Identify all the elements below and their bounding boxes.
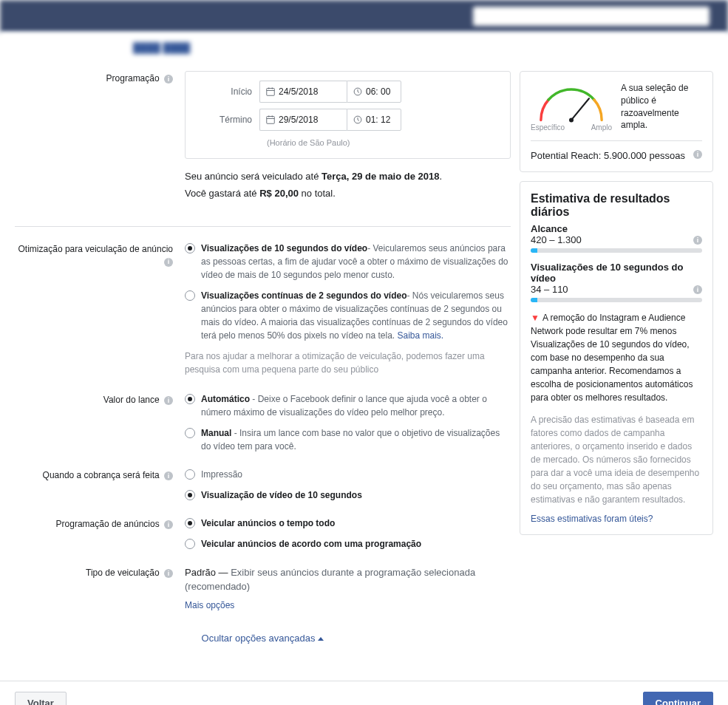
bid-auto-text: Automático - Deixe o Facebook definir o … <box>201 392 511 419</box>
svg-rect-5 <box>267 117 275 124</box>
est-reach-bar <box>531 248 702 253</box>
est-reach-range: 420 – 1.300 <box>531 234 582 245</box>
info-icon[interactable]: i <box>164 258 173 267</box>
start-date-input[interactable]: 24/5/2018 <box>259 81 347 103</box>
estimates-title: Estimativa de resultados diários <box>531 192 702 219</box>
end-time-input[interactable]: 01: 12 <box>347 109 401 131</box>
est-views-bar <box>531 298 702 302</box>
back-button[interactable]: Voltar <box>15 692 67 706</box>
info-icon[interactable]: i <box>164 396 173 405</box>
svg-point-11 <box>569 117 574 122</box>
sub-nav-bar: ████ ████ <box>0 33 728 62</box>
info-icon[interactable]: i <box>164 471 173 480</box>
start-time-input[interactable]: 06: 00 <box>347 81 401 103</box>
est-views-label: Visualizações de 10 segundos do vídeo <box>531 262 702 284</box>
timezone-note: (Horário de São Paulo) <box>267 137 501 149</box>
info-icon[interactable]: i <box>164 75 173 84</box>
clock-icon <box>353 115 362 124</box>
est-reach-label: Alcance <box>531 223 702 234</box>
hide-advanced-toggle[interactable]: Ocultar opções avançadas <box>202 633 324 644</box>
optimization-helper: Para nos ajudar a melhorar a otimização … <box>185 350 511 376</box>
estimates-feedback-link[interactable]: Essas estimativas foram úteis? <box>531 514 653 524</box>
sched-always-text: Veicular anúncios o tempo todo <box>201 517 511 530</box>
info-icon[interactable]: i <box>693 285 702 294</box>
delivery-type-label: Tipo de veiculação <box>86 568 160 578</box>
charge-impression-text: Impressão <box>201 468 511 481</box>
info-icon[interactable]: i <box>164 569 173 578</box>
radio-opt-2sec[interactable] <box>185 290 195 301</box>
charge-10sec-text: Visualização de vídeo de 10 segundos <box>201 488 511 502</box>
delivery-text: Padrão — Exibir seus anúncios durante a … <box>185 565 511 594</box>
sched-custom-text: Veicular anúncios de acordo com uma prog… <box>201 537 511 551</box>
info-icon[interactable]: i <box>164 520 173 529</box>
schedule-label: Programação <box>106 73 160 84</box>
radio-charge-impression[interactable] <box>185 469 195 480</box>
estimates-panel: Estimativa de resultados diários Alcance… <box>520 181 713 535</box>
est-views-range: 34 – 110 <box>531 284 568 295</box>
bid-label: Valor do lance <box>103 395 160 405</box>
chevron-up-icon <box>318 637 324 641</box>
audience-message: A sua seleção de público é razoavelmente… <box>621 82 702 132</box>
learn-more-link[interactable]: Saiba mais. <box>398 330 444 341</box>
svg-rect-0 <box>267 89 275 96</box>
clock-icon <box>353 87 362 96</box>
spend-text: Você gastará até R$ 20,00 no total. <box>185 186 511 201</box>
calendar-icon <box>266 87 275 96</box>
continue-button[interactable]: Continuar <box>643 692 713 706</box>
warning-icon: ▼ <box>531 313 540 323</box>
opt-10sec-text: Visualizações de 10 segundos do vídeo- V… <box>201 242 511 282</box>
charge-label: Quando a cobrança será feita <box>43 470 160 480</box>
schedule-box: Início 24/5/2018 06: 00 <box>185 71 511 159</box>
placement-warning: ▼A remoção do Instagram e Audience Netwo… <box>531 311 702 404</box>
calendar-icon <box>266 115 275 124</box>
ad-scheduling-label: Programação de anúncios <box>56 519 160 529</box>
radio-opt-10sec[interactable] <box>185 243 195 253</box>
radio-bid-auto[interactable] <box>185 394 195 404</box>
info-icon[interactable]: i <box>693 236 702 245</box>
footer-bar: Voltar Continuar <box>0 681 728 706</box>
audience-panel: Específico Amplo A sua seleção de públic… <box>520 71 713 172</box>
run-until-text: Seu anúncio será veiculado até Terça, 29… <box>185 169 511 184</box>
audience-gauge <box>531 82 612 126</box>
more-options-link[interactable]: Mais opções <box>185 600 234 610</box>
radio-bid-manual[interactable] <box>185 428 195 438</box>
top-nav-bar <box>0 0 728 33</box>
radio-sched-custom[interactable] <box>185 539 195 549</box>
optimization-label: Otimização para veiculação de anúncio <box>18 244 173 254</box>
opt-2sec-text: Visualizações contínuas de 2 segundos do… <box>201 289 511 342</box>
potential-reach: Potential Reach: 5.900.000 pessoas i <box>531 140 702 161</box>
sub-nav-item[interactable]: ████ ████ <box>133 42 190 53</box>
end-label: Término <box>194 113 259 126</box>
radio-sched-always[interactable] <box>185 518 195 528</box>
global-search-input[interactable] <box>473 7 710 26</box>
estimates-disclaimer: A precisão das estimativas é baseada em … <box>531 413 702 506</box>
start-label: Início <box>194 85 259 98</box>
radio-charge-10sec[interactable] <box>185 490 195 500</box>
svg-line-10 <box>571 98 589 120</box>
info-icon[interactable]: i <box>693 150 702 159</box>
end-date-input[interactable]: 29/5/2018 <box>259 109 347 131</box>
bid-manual-text: Manual - Insira um lance com base no val… <box>201 426 511 453</box>
